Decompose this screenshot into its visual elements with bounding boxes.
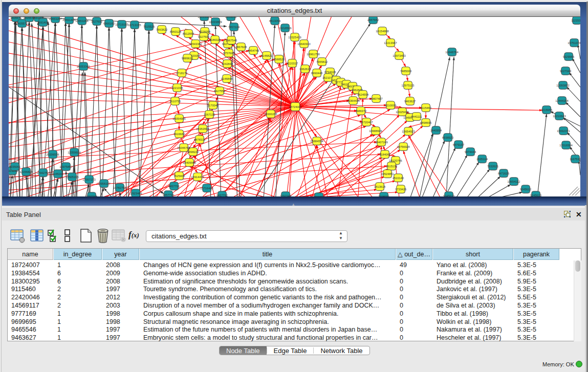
svg-text:17957273: 17957273 <box>82 178 95 181</box>
svg-text:10025438: 10025438 <box>396 110 408 113</box>
svg-text:9474444: 9474444 <box>465 150 476 153</box>
svg-text:10653267: 10653267 <box>49 17 61 20</box>
svg-text:4335061: 4335061 <box>9 165 20 168</box>
svg-text:7955812: 7955812 <box>316 60 328 63</box>
svg-text:8454749: 8454749 <box>248 49 259 52</box>
svg-text:7857224: 7857224 <box>228 25 239 28</box>
svg-text:16648784: 16648784 <box>445 50 458 53</box>
svg-text:20364436: 20364436 <box>346 99 359 102</box>
svg-text:13975857: 13975857 <box>59 165 72 168</box>
svg-text:9457791: 9457791 <box>168 184 180 187</box>
svg-text:1916682: 1916682 <box>173 132 185 135</box>
svg-text:9245613: 9245613 <box>530 193 541 196</box>
svg-text:1145191: 1145191 <box>52 172 63 175</box>
svg-text:1615132: 1615132 <box>386 164 397 167</box>
svg-text:1405571: 1405571 <box>10 17 21 19</box>
svg-text:18300295: 18300295 <box>264 112 277 115</box>
svg-text:2522140: 2522140 <box>393 176 404 179</box>
svg-text:16033809: 16033809 <box>209 20 222 23</box>
svg-text:10973493: 10973493 <box>393 54 405 57</box>
svg-text:7986372: 7986372 <box>355 109 366 112</box>
svg-text:9327506: 9327506 <box>198 35 209 38</box>
svg-text:1362615: 1362615 <box>299 67 311 70</box>
svg-text:16640910: 16640910 <box>297 42 310 45</box>
svg-text:1440954: 1440954 <box>430 128 442 132</box>
svg-text:10958107: 10958107 <box>97 182 110 185</box>
svg-text:12156828: 12156828 <box>19 170 32 173</box>
svg-text:6879197: 6879197 <box>453 143 464 146</box>
svg-text:20053346: 20053346 <box>77 64 90 68</box>
svg-text:1221338: 1221338 <box>171 86 183 89</box>
svg-text:10688609: 10688609 <box>369 129 382 132</box>
svg-text:1733426: 1733426 <box>395 187 406 190</box>
svg-text:1413614: 1413614 <box>374 185 385 188</box>
svg-text:16914479: 16914479 <box>191 175 204 178</box>
svg-text:12359914: 12359914 <box>68 150 80 154</box>
svg-text:16033808: 16033808 <box>198 17 210 18</box>
svg-text:9184067: 9184067 <box>379 152 390 156</box>
svg-text:8220317: 8220317 <box>287 61 298 64</box>
svg-text:7663822: 7663822 <box>156 28 167 31</box>
svg-text:12975115: 12975115 <box>402 83 415 86</box>
svg-text:8878310: 8878310 <box>194 138 205 141</box>
svg-text:8427552: 8427552 <box>214 89 225 92</box>
svg-text:1292350: 1292350 <box>313 195 324 196</box>
svg-text:9245610: 9245610 <box>443 194 454 196</box>
svg-text:3267130: 3267130 <box>204 113 215 116</box>
svg-text:12093872: 12093872 <box>556 83 569 86</box>
svg-text:15692371: 15692371 <box>557 129 570 132</box>
svg-text:6966160: 6966160 <box>103 21 115 25</box>
svg-text:12923486: 12923486 <box>129 191 142 194</box>
svg-text:2935114: 2935114 <box>476 157 488 160</box>
svg-text:8960124: 8960124 <box>170 30 181 33</box>
svg-text:2967546: 2967546 <box>226 38 237 41</box>
svg-text:8938923: 8938923 <box>442 136 453 139</box>
svg-text:19218506: 19218506 <box>278 26 291 29</box>
svg-text:1292349: 1292349 <box>280 194 291 196</box>
svg-text:9329966: 9329966 <box>563 55 574 58</box>
svg-text:8990448: 8990448 <box>311 71 322 74</box>
svg-text:16782759: 16782759 <box>113 186 126 189</box>
svg-text:12444158: 12444158 <box>555 99 568 102</box>
svg-text:12505195: 12505195 <box>66 175 78 178</box>
svg-text:7632621: 7632621 <box>487 164 498 167</box>
svg-text:7198001: 7198001 <box>378 194 389 196</box>
svg-text:1167533: 1167533 <box>570 157 580 160</box>
svg-text:9146844: 9146844 <box>221 77 232 80</box>
svg-text:1588520: 1588520 <box>273 57 285 60</box>
svg-text:2691406: 2691406 <box>37 20 49 24</box>
svg-text:6794028: 6794028 <box>324 70 336 73</box>
svg-text:3215955: 3215955 <box>541 108 552 111</box>
svg-text:16543382: 16543382 <box>189 42 202 45</box>
svg-text:2718176: 2718176 <box>176 71 187 74</box>
svg-text:2887682: 2887682 <box>367 18 379 21</box>
svg-text:9146821: 9146821 <box>261 54 272 57</box>
svg-text:15409948: 15409948 <box>183 161 195 164</box>
svg-text:1610755: 1610755 <box>169 99 181 102</box>
svg-text:19524851: 19524851 <box>381 172 394 175</box>
svg-text:9457790: 9457790 <box>163 193 174 196</box>
svg-text:8471626: 8471626 <box>498 171 509 174</box>
svg-text:9889612: 9889612 <box>182 56 193 59</box>
svg-text:19756928: 19756928 <box>397 145 409 148</box>
svg-text:9245612: 9245612 <box>520 187 531 190</box>
svg-text:1121533: 1121533 <box>571 18 580 21</box>
svg-text:6898695: 6898695 <box>420 121 431 124</box>
svg-text:6210000: 6210000 <box>385 103 396 106</box>
svg-text:9463627: 9463627 <box>404 99 416 102</box>
svg-text:17016504: 17016504 <box>559 143 572 146</box>
svg-text:9115460: 9115460 <box>420 106 431 109</box>
svg-text:20206536: 20206536 <box>46 152 59 156</box>
svg-text:15751074: 15751074 <box>568 41 580 44</box>
svg-text:20691416: 20691416 <box>62 18 75 21</box>
svg-text:12213967: 12213967 <box>384 41 397 44</box>
svg-text:16961758: 16961758 <box>307 52 319 55</box>
svg-text:10653268: 10653268 <box>75 19 88 22</box>
svg-text:4498222: 4498222 <box>187 150 199 153</box>
svg-text:7485003: 7485003 <box>400 69 411 72</box>
svg-text:1405572: 1405572 <box>16 21 28 25</box>
svg-text:15884554: 15884554 <box>310 139 323 142</box>
svg-text:16046785: 16046785 <box>177 146 190 149</box>
svg-text:13654923: 13654923 <box>402 129 415 133</box>
svg-text:15720407: 15720407 <box>360 120 373 123</box>
